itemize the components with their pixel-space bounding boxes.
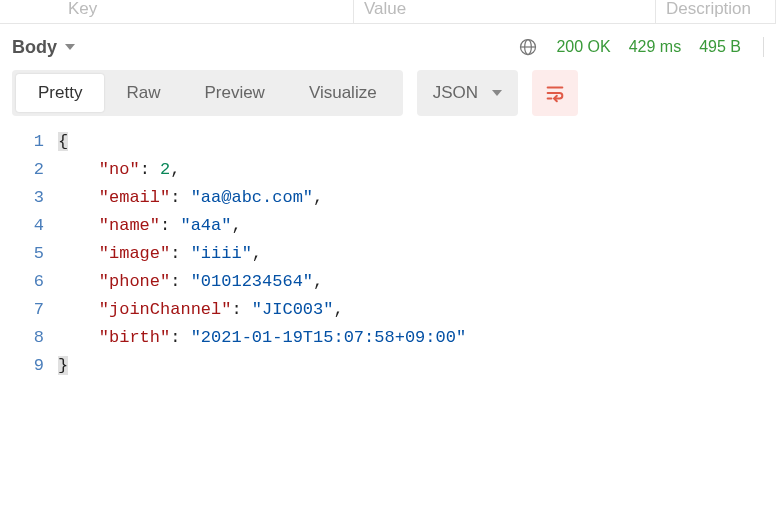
body-label: Body xyxy=(12,37,57,58)
tab-pretty[interactable]: Pretty xyxy=(16,74,104,112)
tab-raw[interactable]: Raw xyxy=(104,74,182,112)
line-number: 8 xyxy=(12,324,58,352)
code-line: 4 "name": "a4a", xyxy=(12,212,764,240)
col-value: Value xyxy=(354,0,656,23)
body-section-toggle[interactable]: Body xyxy=(12,37,75,58)
line-number: 1 xyxy=(12,128,58,156)
status-time: 429 ms xyxy=(629,38,681,56)
code-line: 5 "image": "iiii", xyxy=(12,240,764,268)
params-header-row: Key Value Description xyxy=(0,0,776,24)
line-number: 3 xyxy=(12,184,58,212)
line-number: 7 xyxy=(12,296,58,324)
code-line: 6 "phone": "0101234564", xyxy=(12,268,764,296)
divider xyxy=(763,37,764,57)
line-number: 5 xyxy=(12,240,58,268)
status-size: 495 B xyxy=(699,38,741,56)
code-line: 7 "joinChannel": "JIC003", xyxy=(12,296,764,324)
response-meta: 200 OK 429 ms 495 B xyxy=(518,37,764,57)
chevron-down-icon xyxy=(65,44,75,50)
view-tabs: Pretty Raw Preview Visualize xyxy=(12,70,403,116)
response-body[interactable]: 1 { 2 "no": 2, 3 "email": "aa@abc.com", … xyxy=(0,128,776,380)
chevron-down-icon xyxy=(492,90,502,96)
format-value: JSON xyxy=(433,83,478,103)
format-select[interactable]: JSON xyxy=(417,70,518,116)
line-number: 9 xyxy=(12,352,58,380)
code-line: 2 "no": 2, xyxy=(12,156,764,184)
response-toolbar: Pretty Raw Preview Visualize JSON xyxy=(0,70,776,128)
col-key: Key xyxy=(58,0,354,23)
tab-preview[interactable]: Preview xyxy=(182,74,286,112)
code-line: 3 "email": "aa@abc.com", xyxy=(12,184,764,212)
globe-icon[interactable] xyxy=(518,37,538,57)
wrap-lines-button[interactable] xyxy=(532,70,578,116)
line-number: 6 xyxy=(12,268,58,296)
line-number: 4 xyxy=(12,212,58,240)
body-bar: Body 200 OK 429 ms 495 B xyxy=(0,24,776,70)
tab-visualize[interactable]: Visualize xyxy=(287,74,399,112)
code-line: 1 { xyxy=(12,128,764,156)
line-number: 2 xyxy=(12,156,58,184)
code-line: 8 "birth": "2021-01-19T15:07:58+09:00" xyxy=(12,324,764,352)
col-desc: Description xyxy=(656,0,776,23)
status-code: 200 OK xyxy=(556,38,610,56)
code-line: 9 } xyxy=(12,352,764,380)
